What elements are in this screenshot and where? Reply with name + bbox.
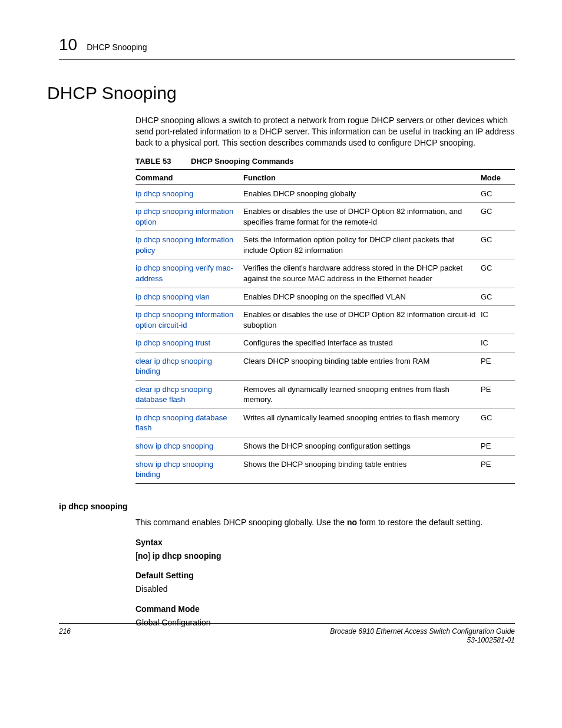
- syntax-command: ip dhcp snooping: [153, 551, 222, 561]
- table-row: ip dhcp snooping information optionEnabl…: [135, 203, 515, 231]
- command-function: Enables or disables the use of DHCP Opti…: [243, 203, 481, 231]
- commands-table: Command Function Mode ip dhcp snoopingEn…: [135, 169, 515, 484]
- header-section: DHCP Snooping: [87, 42, 147, 52]
- col-header-mode: Mode: [481, 169, 515, 185]
- col-header-command: Command: [135, 169, 243, 185]
- header-rule: [59, 59, 515, 60]
- command-link[interactable]: ip dhcp snooping: [135, 185, 243, 203]
- page-title: DHCP Snooping: [47, 83, 515, 103]
- command-link[interactable]: ip dhcp snooping vlan: [135, 288, 243, 306]
- command-mode: IC: [481, 334, 515, 353]
- command-link[interactable]: ip dhcp snooping verify mac-address: [135, 259, 243, 288]
- command-mode: PE: [481, 352, 515, 380]
- command-mode: GC: [481, 203, 515, 231]
- table-row: ip dhcp snooping vlanEnables DHCP snoopi…: [135, 288, 515, 306]
- command-link[interactable]: clear ip dhcp snooping database flash: [135, 380, 243, 409]
- syntax-text: [no] ip dhcp snooping: [135, 551, 515, 562]
- command-function: Clears DHCP snooping binding table entri…: [243, 352, 481, 380]
- command-link[interactable]: clear ip dhcp snooping binding: [135, 352, 243, 380]
- syntax-close-bracket: ]: [148, 551, 153, 561]
- command-mode-heading: Command Mode: [135, 604, 515, 614]
- page-number: 216: [59, 627, 71, 635]
- table-title: DHCP Snooping Commands: [191, 157, 294, 166]
- command-link[interactable]: ip dhcp snooping information option circ…: [135, 306, 243, 334]
- command-mode: GC: [481, 231, 515, 259]
- footer-doc-title: Brocade 6910 Ethernet Access Switch Conf…: [330, 627, 515, 635]
- table-row: ip dhcp snooping trustConfigures the spe…: [135, 334, 515, 353]
- table-number: TABLE 53: [135, 157, 171, 166]
- desc-post: form to restore the default setting.: [357, 518, 482, 527]
- footer-doc-info: Brocade 6910 Ethernet Access Switch Conf…: [330, 627, 515, 645]
- page-footer: 216 Brocade 6910 Ethernet Access Switch …: [59, 623, 515, 645]
- command-function: Shows the DHCP snooping configuration se…: [243, 437, 481, 455]
- footer-doc-number: 53-1002581-01: [467, 636, 515, 644]
- command-mode: IC: [481, 306, 515, 334]
- command-function: Verifies the client's hardware address s…: [243, 259, 481, 288]
- command-link[interactable]: ip dhcp snooping database flash: [135, 409, 243, 437]
- command-function: Enables DHCP snooping globally: [243, 185, 481, 203]
- intro-paragraph: DHCP snooping allows a switch to protect…: [135, 115, 515, 149]
- command-mode: GC: [481, 185, 515, 203]
- command-function: Writes all dynamically learned snooping …: [243, 409, 481, 437]
- desc-pre: This command enables DHCP snooping globa…: [135, 518, 347, 527]
- default-setting-value: Disabled: [135, 584, 515, 595]
- syntax-no: no: [138, 551, 148, 561]
- command-mode: GC: [481, 288, 515, 306]
- command-function: Enables or disables the use of DHCP Opti…: [243, 306, 481, 334]
- command-mode: GC: [481, 259, 515, 288]
- default-setting-heading: Default Setting: [135, 571, 515, 580]
- table-row: ip dhcp snooping database flashWrites al…: [135, 409, 515, 437]
- table-header-row: Command Function Mode: [135, 169, 515, 185]
- command-mode: PE: [481, 380, 515, 409]
- command-description: This command enables DHCP snooping globa…: [135, 517, 515, 528]
- table-row: clear ip dhcp snooping database flashRem…: [135, 380, 515, 409]
- command-function: Removes all dynamically learned snooping…: [243, 380, 481, 409]
- table-row: show ip dhcp snoopingShows the DHCP snoo…: [135, 437, 515, 455]
- command-link[interactable]: ip dhcp snooping information option: [135, 203, 243, 231]
- chapter-number: 10: [59, 35, 77, 54]
- command-detail-heading: ip dhcp snooping: [59, 502, 515, 511]
- command-link[interactable]: ip dhcp snooping information policy: [135, 231, 243, 259]
- table-caption: TABLE 53 DHCP Snooping Commands: [135, 157, 515, 166]
- command-link[interactable]: show ip dhcp snooping: [135, 437, 243, 455]
- table-row: show ip dhcp snooping bindingShows the D…: [135, 455, 515, 483]
- page-header: 10 DHCP Snooping: [59, 35, 515, 54]
- syntax-heading: Syntax: [135, 538, 515, 547]
- col-header-function: Function: [243, 169, 481, 185]
- command-function: Configures the specified interface as tr…: [243, 334, 481, 353]
- desc-bold: no: [347, 518, 357, 527]
- table-row: ip dhcp snooping information policySets …: [135, 231, 515, 259]
- command-function: Enables DHCP snooping on the specified V…: [243, 288, 481, 306]
- command-function: Shows the DHCP snooping binding table en…: [243, 455, 481, 483]
- command-link[interactable]: show ip dhcp snooping binding: [135, 455, 243, 483]
- command-mode: GC: [481, 409, 515, 437]
- command-function: Sets the information option policy for D…: [243, 231, 481, 259]
- table-row: ip dhcp snooping information option circ…: [135, 306, 515, 334]
- command-mode: PE: [481, 455, 515, 483]
- table-row: ip dhcp snooping verify mac-addressVerif…: [135, 259, 515, 288]
- command-link[interactable]: ip dhcp snooping trust: [135, 334, 243, 353]
- command-mode: PE: [481, 437, 515, 455]
- table-row: clear ip dhcp snooping bindingClears DHC…: [135, 352, 515, 380]
- table-row: ip dhcp snoopingEnables DHCP snooping gl…: [135, 185, 515, 203]
